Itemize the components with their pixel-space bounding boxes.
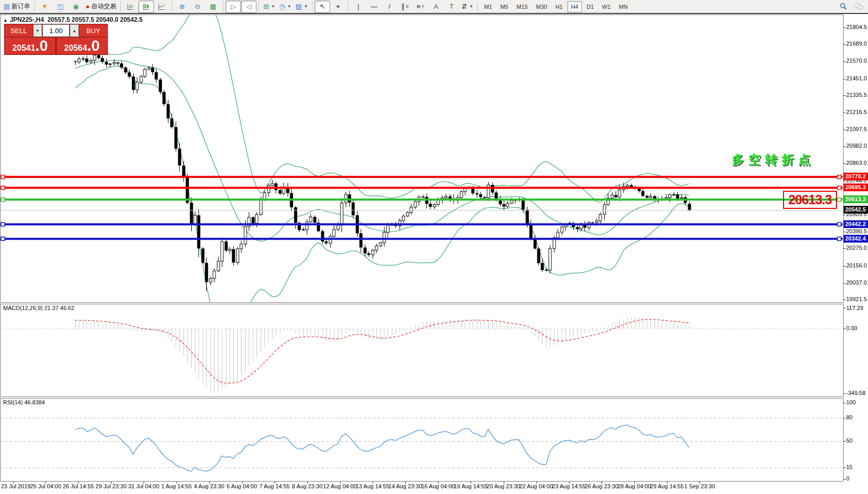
turning-point-annotation[interactable]: 多空转折点 xyxy=(732,151,815,168)
volume-input[interactable] xyxy=(42,24,69,37)
zoom-in-button[interactable]: ⊕ xyxy=(174,1,190,13)
timeframe-button-d1[interactable]: D1 xyxy=(583,1,597,12)
chart-canvas[interactable] xyxy=(0,0,868,494)
timeframe-button-mn[interactable]: MN xyxy=(615,1,631,12)
zoom-out-button[interactable]: ⊖ xyxy=(190,1,205,13)
toolbar-separator xyxy=(120,2,121,12)
price-tick-label: 20156.0 xyxy=(846,262,867,269)
new-order-label: 新订单 xyxy=(11,2,30,11)
timeframe-button-h1[interactable]: H1 xyxy=(552,1,566,12)
new-order-button[interactable]: ▤新订单 xyxy=(2,1,32,13)
dropdown-arrow-icon[interactable]: ▼ xyxy=(304,4,308,9)
symbol-ohlc-bar: ▲JPN225-,H4 20557.5 20557.5 20540.0 2054… xyxy=(3,16,143,23)
market-watch-button[interactable]: ◫ xyxy=(52,1,68,13)
bar-chart-icon xyxy=(127,3,134,10)
volume-increase-button[interactable]: ▲ xyxy=(70,24,79,37)
timeframe-button-m1[interactable]: M1 xyxy=(480,1,495,12)
time-tick-label: 29 Jul 23:30 xyxy=(95,483,126,489)
time-tick-label: 20 Aug 23:30 xyxy=(487,483,520,489)
text-button[interactable]: A xyxy=(428,1,444,13)
fibonacci-button[interactable]: ≡F xyxy=(412,1,428,13)
tile-windows-button[interactable]: ▦ xyxy=(205,1,221,13)
market-watch-icon: ◫ xyxy=(57,3,63,10)
time-tick-label: 19 Aug 14:55 xyxy=(454,483,488,489)
candlestick-chart-icon xyxy=(143,3,150,10)
chart-shift-button[interactable]: ◁ xyxy=(241,1,257,13)
time-axis[interactable]: 23 Jul 201925 Jul 04:0026 Jul 14:5529 Ju… xyxy=(0,483,868,493)
trendline-icon: / xyxy=(389,3,391,10)
buy-price-button[interactable]: 20564.0 xyxy=(56,37,107,54)
sell-button[interactable]: SELL xyxy=(5,24,33,37)
horizontal-line-button[interactable]: — xyxy=(366,1,381,13)
rsi-tick-label: 0 xyxy=(846,475,849,482)
line-chart-button[interactable] xyxy=(154,1,169,13)
data-window-button[interactable]: ◉ xyxy=(68,1,83,13)
text-icon: A xyxy=(434,3,438,10)
time-tick-label: 25 Jul 04:00 xyxy=(30,483,61,489)
text-label-button[interactable]: T xyxy=(444,1,459,13)
arrows-icon: ⇵ xyxy=(461,3,467,10)
time-tick-label: 13 Aug 14:55 xyxy=(356,483,390,489)
price-line-badge: 20613.3 xyxy=(844,195,868,203)
templates-button[interactable]: ▨▼ xyxy=(293,1,310,13)
dropdown-arrow-icon[interactable]: ▼ xyxy=(469,4,473,9)
price-tick-label: 21216.5 xyxy=(846,109,867,115)
time-tick-label: 23 Jul 2019 xyxy=(1,483,31,489)
arrows-button[interactable]: ⇵▼ xyxy=(459,1,475,13)
time-tick-label: 1 Sep 23:30 xyxy=(684,483,715,489)
add-indicator-icon: ⊞ xyxy=(263,3,269,10)
price-tick-label: 20037.0 xyxy=(846,279,867,286)
macd-tick-label: 0.00 xyxy=(846,325,857,331)
timeframe-button-m15[interactable]: M15 xyxy=(513,1,531,12)
volume-decrease-button[interactable]: ▼ xyxy=(33,24,42,37)
auto-scroll-button[interactable]: ▷ xyxy=(225,1,241,13)
price-tick-label: 20390.5 xyxy=(846,228,867,234)
vertical-line-button[interactable]: | xyxy=(350,1,366,13)
timeframe-button-h4[interactable]: H4 xyxy=(567,1,582,12)
crosshair-button[interactable]: ⌖ xyxy=(330,1,346,13)
periods-icon: ◷ xyxy=(279,3,285,10)
chart-shift-icon: ◁ xyxy=(246,3,251,10)
auto-trading-icon: ● xyxy=(86,3,90,10)
buy-button[interactable]: BUY xyxy=(79,24,107,37)
time-tick-label: 14 Aug 23:30 xyxy=(389,483,422,489)
timeframe-button-m5[interactable]: M5 xyxy=(497,1,512,12)
time-tick-label: 26 Jul 14:55 xyxy=(63,483,94,489)
time-tick-label: 12 Aug 04:00 xyxy=(323,483,357,489)
add-indicator-button[interactable]: ⊞▼ xyxy=(261,1,277,13)
auto-scroll-icon: ▷ xyxy=(231,3,236,10)
macd-indicator-label: MACD(12,26,9) 21.37 45.62 xyxy=(3,305,75,311)
price-tick-label: 21689.0 xyxy=(846,40,867,47)
dropdown-arrow-icon[interactable]: ▼ xyxy=(271,4,275,9)
price-tick-label: 21804.5 xyxy=(846,24,867,30)
chart-profile-button[interactable]: ▼ xyxy=(37,1,52,13)
price-tick-label: 20982.0 xyxy=(846,143,867,149)
timeframe-button-m30[interactable]: M30 xyxy=(532,1,550,12)
time-tick-label: 4 Aug 23:30 xyxy=(194,483,224,489)
collapse-arrow-icon[interactable]: ▲ xyxy=(3,18,8,23)
time-tick-label: 7 Aug 14:55 xyxy=(259,483,290,489)
time-tick-label: 8 Aug 23:30 xyxy=(292,483,323,489)
cursor-icon: ↖ xyxy=(320,3,325,10)
symbol-ohlc-values: 20557.5 20557.5 20540.0 20542.5 xyxy=(48,16,143,23)
sell-price-button[interactable]: 20541.0 xyxy=(5,37,55,54)
periods-button[interactable]: ◷▼ xyxy=(277,1,293,13)
equidistant-channel-button[interactable]: ∥E xyxy=(397,1,412,13)
chat-button[interactable] xyxy=(851,1,866,13)
dropdown-arrow-icon[interactable]: ▼ xyxy=(287,4,291,9)
boxed-price-annotation[interactable]: 20613.3 xyxy=(783,191,837,209)
toolbar-separator xyxy=(348,2,348,12)
buy-price-main: 20564 xyxy=(64,39,88,57)
search-button[interactable] xyxy=(835,1,851,13)
rsi-indicator-label: RSI(14) 46.8384 xyxy=(3,399,45,405)
price-tick-label: 21570.0 xyxy=(846,58,867,64)
auto-trading-button[interactable]: ●自动交易 xyxy=(83,1,118,13)
price-line-badge: 20695.3 xyxy=(844,184,868,191)
candlestick-chart-button[interactable] xyxy=(138,1,154,13)
cursor-button[interactable]: ↖ xyxy=(315,1,330,13)
price-axis[interactable]: 21804.521689.021570.021451.021335.521216… xyxy=(844,15,868,494)
bar-chart-button[interactable] xyxy=(123,1,138,13)
rsi-tick-label: 15 xyxy=(846,464,852,470)
timeframe-button-w1[interactable]: W1 xyxy=(599,1,615,12)
trendline-button[interactable]: / xyxy=(381,1,397,13)
